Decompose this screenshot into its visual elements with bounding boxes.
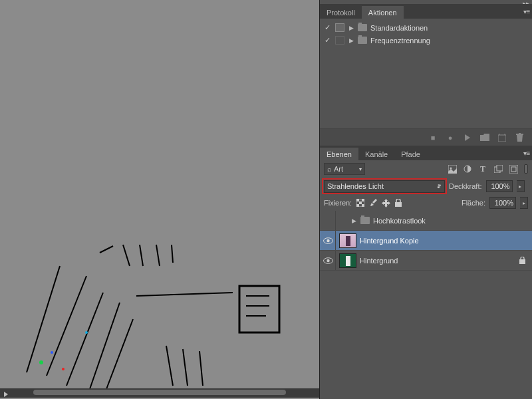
svg-rect-24: [519, 259, 525, 264]
record-icon[interactable]: ●: [446, 133, 455, 142]
blend-mode-value: Strahlendes Licht: [327, 182, 384, 190]
layer-filter-kind-select[interactable]: ⌕ Art ▾: [324, 163, 365, 175]
panel-menu-icon[interactable]: ▾≡: [521, 4, 532, 19]
actions-panel: ✓ ▶ Standardaktionen ✓ ▶ Frequenztrennun…: [320, 19, 532, 128]
action-enabled-check-icon[interactable]: ✓: [323, 36, 332, 45]
svg-rect-0: [239, 286, 279, 332]
svg-rect-11: [509, 165, 518, 174]
disclosure-triangle-icon[interactable]: ▶: [348, 25, 354, 31]
layer-thumbnail[interactable]: [339, 253, 356, 268]
fill-slider-arrow-icon[interactable]: ▸: [520, 197, 528, 209]
action-set-label: Standardaktionen: [370, 24, 428, 32]
filter-type-icon[interactable]: T: [478, 164, 487, 174]
opacity-input[interactable]: 100%: [486, 180, 513, 192]
trash-icon[interactable]: [515, 133, 524, 142]
svg-point-21: [327, 239, 329, 241]
lock-all-icon[interactable]: [394, 198, 403, 207]
lock-label: Fixieren:: [324, 199, 352, 207]
layer-row[interactable]: Hintergrund: [320, 251, 532, 271]
layers-list: ◉ ▶ Hochkotrastlook Hintergrund Kopie Hi…: [320, 211, 532, 399]
lock-transparency-icon[interactable]: [356, 198, 365, 207]
action-dialog-toggle-icon[interactable]: [335, 23, 344, 32]
svg-rect-19: [395, 202, 402, 207]
svg-rect-18: [362, 204, 364, 207]
opacity-label: Deckkraft:: [449, 182, 482, 190]
tab-ebenen[interactable]: Ebenen: [320, 148, 358, 160]
lock-pixels-brush-icon[interactable]: [368, 198, 378, 207]
new-action-icon[interactable]: [497, 133, 507, 142]
layer-thumbnail[interactable]: [339, 233, 356, 248]
tab-pfade[interactable]: Pfade: [394, 148, 427, 160]
layer-locked-icon: [519, 257, 525, 264]
filter-adjustment-icon[interactable]: [463, 164, 472, 174]
svg-rect-10: [497, 165, 503, 171]
svg-point-3: [62, 368, 65, 370]
svg-rect-15: [362, 199, 364, 201]
tab-kanaele[interactable]: Kanäle: [358, 148, 394, 160]
canvas-content: [0, 0, 319, 399]
folder-icon: [360, 217, 370, 224]
tab-aktionen[interactable]: Aktionen: [362, 6, 404, 19]
filter-pixel-icon[interactable]: [448, 164, 457, 174]
visibility-eye-icon[interactable]: [321, 251, 336, 270]
dropdown-arrow-icon: ⇵: [437, 184, 442, 190]
filter-shape-icon[interactable]: [493, 164, 503, 174]
action-set-row[interactable]: ✓ ▶ Standardaktionen: [320, 21, 532, 34]
visibility-eye-icon[interactable]: [321, 231, 336, 250]
visibility-eye-icon[interactable]: ◉: [321, 211, 336, 230]
fill-input[interactable]: 100%: [489, 197, 516, 209]
svg-point-1: [39, 360, 43, 364]
lock-position-move-icon[interactable]: [381, 198, 390, 207]
new-set-folder-icon[interactable]: [480, 133, 489, 142]
action-enabled-check-icon[interactable]: ✓: [323, 23, 332, 32]
folder-icon: [358, 24, 367, 31]
svg-point-4: [85, 331, 88, 334]
opacity-slider-arrow-icon[interactable]: ▸: [517, 180, 525, 192]
action-set-row[interactable]: ✓ ▶ Frequenztrennung: [320, 34, 532, 47]
disclosure-triangle-icon[interactable]: ▶: [348, 37, 354, 44]
panel-menu-icon[interactable]: ▾≡: [521, 146, 532, 160]
filter-kind-label: Art: [334, 165, 343, 173]
layer-row[interactable]: Hintergrund Kopie: [320, 231, 532, 251]
svg-point-23: [327, 259, 329, 261]
disclosure-triangle-icon[interactable]: ▶: [350, 217, 357, 224]
svg-rect-12: [511, 167, 516, 172]
play-icon[interactable]: [463, 133, 472, 142]
svg-rect-16: [359, 201, 362, 204]
layer-name[interactable]: Hintergrund Kopie: [360, 237, 419, 245]
tab-protokoll[interactable]: Protokoll: [320, 6, 362, 19]
layer-name[interactable]: Hochkotrastlook: [373, 217, 426, 225]
svg-rect-17: [356, 204, 359, 207]
folder-icon: [358, 37, 367, 44]
stop-icon[interactable]: ■: [428, 133, 438, 142]
fill-label: Fläche:: [462, 199, 485, 207]
action-dialog-toggle-icon[interactable]: [335, 36, 344, 45]
svg-rect-5: [498, 135, 506, 142]
blend-mode-select[interactable]: Strahlendes Licht ⇵: [324, 180, 445, 193]
scrollbar-thumb[interactable]: [33, 390, 286, 395]
action-set-label: Frequenztrennung: [370, 37, 430, 45]
search-icon: ⌕: [327, 165, 332, 173]
document-canvas[interactable]: [0, 0, 319, 399]
actions-button-bar: ■ ●: [320, 128, 532, 146]
filter-smart-icon[interactable]: [509, 164, 518, 174]
dropdown-arrow-icon: ▾: [359, 166, 362, 172]
filter-toggle-switch[interactable]: [524, 164, 528, 174]
layer-group-row[interactable]: ◉ ▶ Hochkotrastlook: [320, 211, 532, 231]
layer-name[interactable]: Hintergrund: [360, 257, 398, 265]
svg-point-2: [51, 351, 53, 354]
svg-rect-14: [356, 199, 359, 201]
horizontal-scrollbar[interactable]: [0, 388, 319, 398]
animation-play-icon[interactable]: [1, 390, 11, 399]
